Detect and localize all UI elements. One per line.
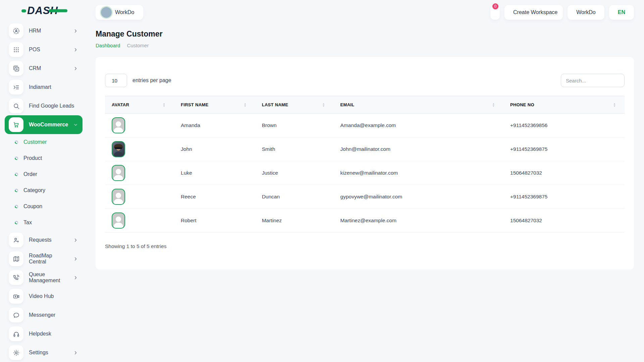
column-header-phone-no[interactable]: PHONE NO▲▼ [503, 102, 625, 107]
sidebar-item-find-google-leads[interactable]: Find Google Leads [5, 97, 83, 115]
customer-table-card: 10 entries per page AVATAR▲▼FIRST NAME▲▼… [96, 57, 634, 269]
page-content: Manage Customer Dashboard Customer 10 en… [87, 21, 644, 269]
chevron-right-icon [73, 257, 78, 261]
sidebar-subitem-customer[interactable]: Customer [5, 134, 83, 150]
column-header-label: EMAIL [340, 102, 355, 107]
page-size-select[interactable]: 10 [105, 74, 127, 87]
language-selector[interactable]: EN [609, 5, 634, 20]
sidebar-item-indiamart[interactable]: Indiamart [5, 78, 83, 97]
sidebar-item-messenger[interactable]: Messenger [5, 306, 83, 324]
avatar-cell [105, 189, 174, 205]
phone-cell: +911452369856 [503, 122, 625, 128]
indiamart-list-icon [9, 80, 23, 95]
headphones-icon [9, 326, 23, 341]
breadcrumb-current: Customer [127, 43, 149, 48]
building-icon [101, 7, 112, 18]
column-header-email[interactable]: EMAIL▲▼ [334, 102, 504, 107]
avatar-cell [105, 117, 174, 133]
column-header-last-name[interactable]: LAST NAME▲▼ [255, 102, 334, 107]
workspace-menu-button[interactable]: WorkDo [568, 5, 604, 20]
main-area: WorkDo 0 Create Workspace WorkDo [87, 0, 644, 362]
phone-call-icon [9, 270, 23, 285]
sidebar-subitem-label: Tax [23, 220, 32, 226]
sidebar-item-label: CRM [29, 65, 68, 71]
table-row: RobertMartinezMartinez@example.com150648… [105, 209, 625, 233]
column-header-label: LAST NAME [262, 102, 288, 107]
bullet-icon [15, 189, 18, 192]
cart-icon [9, 117, 23, 132]
topbar: WorkDo 0 Create Workspace WorkDo [87, 0, 644, 21]
dash-logo-icon: DASH [21, 5, 58, 17]
app-root: DASH HRMPOSCRMIndiamartFind Google Leads… [0, 0, 644, 362]
search-input[interactable] [561, 74, 625, 87]
create-workspace-button[interactable]: Create Workspace [504, 5, 563, 20]
bullet-icon [15, 157, 18, 160]
last-name-cell: Smith [255, 146, 334, 152]
sidebar-item-requests[interactable]: Requests [5, 231, 83, 249]
chevron-right-icon [73, 276, 78, 280]
column-header-label: AVATAR [112, 102, 129, 107]
bullet-icon [15, 205, 18, 208]
table-footer-summary: Showing 1 to 5 of 5 entries [105, 243, 625, 249]
column-header-avatar[interactable]: AVATAR▲▼ [105, 102, 174, 107]
sidebar-item-label: WooCommerce [29, 122, 68, 128]
first-name-cell: Reece [174, 194, 255, 200]
sidebar-item-pos[interactable]: POS [5, 40, 83, 59]
messages-button[interactable]: 0 [490, 5, 500, 20]
sidebar-subitem-product[interactable]: Product [5, 150, 83, 166]
search-icon [9, 99, 23, 113]
breadcrumb-dashboard-link[interactable]: Dashboard [96, 43, 120, 48]
customer-avatar-placeholder [112, 165, 125, 181]
chevron-right-icon [73, 351, 78, 355]
phone-cell: 15064827032 [503, 218, 625, 224]
sidebar-item-label: Video Hub [29, 293, 78, 299]
table-row: AmandaBrownAmanda@example.com+9114523698… [105, 114, 625, 137]
bullet-icon [15, 221, 18, 224]
sidebar-item-label: POS [29, 47, 68, 53]
chevron-right-icon [73, 66, 78, 71]
sidebar-subitem-label: Order [23, 171, 37, 177]
first-name-cell: Luke [174, 170, 255, 176]
sidebar-item-crm[interactable]: CRM [5, 59, 83, 78]
customer-avatar-placeholder [112, 213, 125, 229]
sidebar-subitem-coupon[interactable]: Coupon [5, 198, 83, 215]
sidebar-item-helpdesk[interactable]: Helpdesk [5, 324, 83, 343]
sort-icon: ▲▼ [244, 103, 247, 107]
sidebar-item-label: Indiamart [29, 84, 78, 90]
sidebar-item-label: Queue Management [29, 272, 68, 284]
chevron-right-icon [73, 48, 78, 52]
sidebar-item-roadmap-central[interactable]: RoadMap Central [5, 249, 83, 268]
sidebar-item-video-hub[interactable]: Video Hub [5, 287, 83, 306]
chevron-right-icon [73, 238, 78, 242]
crm-icon [9, 61, 23, 76]
sidebar-item-woocommerce[interactable]: WooCommerce [5, 115, 83, 134]
last-name-cell: Duncan [255, 194, 334, 200]
topbar-actions: 0 Create Workspace WorkDo EN [490, 5, 634, 20]
column-header-first-name[interactable]: FIRST NAME▲▼ [174, 102, 255, 107]
sidebar-item-queue-management[interactable]: Queue Management [5, 268, 83, 287]
sidebar-subitem-label: Coupon [23, 203, 42, 209]
customer-avatar-photo [112, 141, 125, 157]
email-cell: Amanda@example.com [334, 122, 504, 128]
workspace-switcher[interactable]: WorkDo [96, 5, 143, 20]
sidebar-item-label: Requests [29, 237, 68, 243]
last-name-cell: Martinez [255, 218, 334, 224]
pos-grid-icon [9, 42, 23, 57]
chevron-down-icon [73, 123, 78, 127]
phone-cell: 15064827032 [503, 170, 625, 176]
sidebar-item-hrm[interactable]: HRM [5, 21, 83, 40]
video-camera-icon [9, 289, 23, 304]
sidebar-subitem-tax[interactable]: Tax [5, 215, 83, 231]
sidebar-item-settings[interactable]: Settings [5, 343, 83, 362]
sidebar-subitem-order[interactable]: Order [5, 166, 83, 182]
table-row: JohnSmithJohn@mailinator.com+91145236987… [105, 137, 625, 161]
email-cell: Martinez@example.com [334, 218, 504, 224]
sidebar-subitem-category[interactable]: Category [5, 182, 83, 198]
map-icon [9, 251, 23, 266]
brand-logo[interactable]: DASH [0, 0, 87, 21]
customer-avatar-placeholder [112, 189, 125, 205]
page-title: Manage Customer [96, 29, 634, 39]
phone-cell: +911452369875 [503, 146, 625, 152]
messages-badge: 0 [492, 3, 499, 10]
workspace-menu-label: WorkDo [576, 9, 596, 15]
